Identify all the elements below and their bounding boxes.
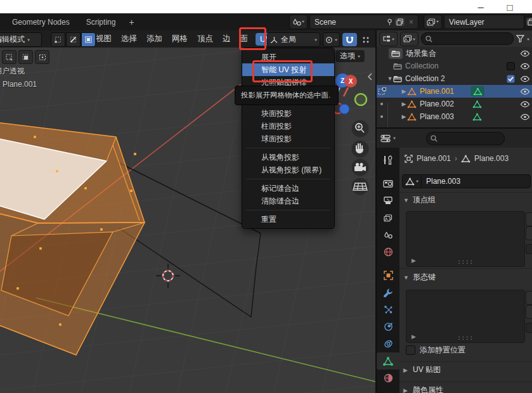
properties-tab-output[interactable] xyxy=(377,192,399,209)
hide-eye-icon[interactable] xyxy=(520,50,530,57)
add-shape-key-button[interactable] xyxy=(526,291,532,305)
add-vertex-group-button[interactable] xyxy=(526,212,532,226)
uv-menu-item-12[interactable]: 标记缝合边 xyxy=(242,182,334,195)
vertex-groups-panel-header[interactable]: ▼ 顶点组 xyxy=(403,195,436,205)
select-subtract-button[interactable] xyxy=(35,50,49,64)
properties-tab-render[interactable] xyxy=(377,175,399,192)
resize-grip[interactable]: :::: xyxy=(457,335,474,341)
hide-eye-icon[interactable] xyxy=(520,101,530,108)
exclude-checkbox[interactable] xyxy=(507,75,515,83)
expand-toggle[interactable]: ▶ xyxy=(401,88,407,94)
properties-tab-particles[interactable] xyxy=(377,301,399,318)
properties-tab-view-layer[interactable] xyxy=(377,209,399,226)
outliner-filter-mode-dropdown[interactable]: ▾ xyxy=(400,32,418,46)
remove-shape-key-button[interactable] xyxy=(526,305,532,319)
uv-menu-item-15[interactable]: 重置 xyxy=(242,213,334,226)
viewport-menu-5[interactable]: 顶点 xyxy=(195,32,215,46)
expand-toggle[interactable]: ▶ xyxy=(401,113,407,120)
outliner-display-mode-dropdown[interactable]: ▾ xyxy=(379,32,398,46)
expand-toggle[interactable]: ▶ xyxy=(401,101,407,107)
uv-menu-item-5[interactable]: 块面投影 xyxy=(242,107,334,120)
window-minimize-button[interactable]: ─ xyxy=(475,2,486,12)
select-extend-button[interactable] xyxy=(18,50,33,64)
breadcrumb-object[interactable]: Plane.001 xyxy=(417,154,451,163)
workspace-tab-scripting[interactable]: Scripting xyxy=(78,13,124,30)
menu-item-smart-uv-project[interactable]: 智能 UV 投射 xyxy=(242,63,334,76)
new-viewlayer-button[interactable] xyxy=(526,18,532,26)
hide-eye-icon[interactable] xyxy=(520,113,530,120)
viewport-menu-4[interactable]: 网格 xyxy=(170,32,190,46)
snap-toggle-button[interactable] xyxy=(342,33,357,46)
shape-key-specials-button[interactable] xyxy=(526,323,532,333)
viewport-menu-1[interactable]: 视图 xyxy=(94,32,114,46)
viewport-menu-2[interactable]: 选择 xyxy=(119,32,139,46)
proportional-editing-button[interactable] xyxy=(360,33,372,46)
vertex-select-button[interactable] xyxy=(51,32,65,47)
add-workspace-button[interactable]: + xyxy=(124,17,139,27)
hide-eye-icon[interactable] xyxy=(520,88,530,95)
window-maximize-button[interactable]: □ xyxy=(504,2,516,12)
scene-collection-icon xyxy=(389,48,403,59)
outliner-search-input[interactable] xyxy=(421,32,514,45)
pin-icon[interactable] xyxy=(386,18,393,25)
breadcrumb-data[interactable]: Plane.003 xyxy=(474,154,509,163)
properties-tab-object-data[interactable] xyxy=(377,352,399,370)
snap-target-dropdown[interactable]: ▾ xyxy=(323,32,340,47)
hide-eye-icon[interactable] xyxy=(520,63,530,70)
outliner-row-plane-002[interactable]: ▶Plane.002 xyxy=(377,98,532,110)
properties-tab-modifiers[interactable] xyxy=(377,284,399,301)
workspace-tab-geometry-nodes[interactable]: Geometry Nodes xyxy=(4,13,78,30)
color-attributes-panel-header[interactable]: ▶ 颜色属性 xyxy=(403,385,443,393)
properties-tab-world[interactable] xyxy=(377,243,399,261)
scene-icon xyxy=(292,18,301,26)
properties-tab-object[interactable] xyxy=(377,267,399,284)
scene-name-field[interactable]: Scene × xyxy=(309,15,418,29)
properties-tab-material[interactable] xyxy=(377,370,399,387)
expand-toggle[interactable]: ▼ xyxy=(387,75,393,82)
properties-tab-tool[interactable] xyxy=(377,151,399,169)
uv-menu-item-0[interactable]: 展开 xyxy=(242,51,334,63)
vertex-groups-list[interactable]: ▶ :::: xyxy=(406,211,525,267)
uv-menu-item-7[interactable]: 球面投影 xyxy=(242,132,334,145)
transform-orientation-dropdown[interactable]: 全局 ▾ xyxy=(267,32,320,47)
viewport-menu-7[interactable]: 面 xyxy=(238,32,250,46)
remove-vertex-group-button[interactable] xyxy=(526,226,532,240)
viewport-menu-3[interactable]: 添加 xyxy=(145,32,164,46)
scene-browse-button[interactable]: ▾ xyxy=(289,15,308,29)
properties-search-input[interactable] xyxy=(426,132,505,145)
mesh-object-icon xyxy=(407,87,417,96)
shape-keys-list[interactable]: ▶ :::: xyxy=(406,290,525,343)
outliner-row-collection[interactable]: Collection xyxy=(377,60,532,72)
viewlayer-name-field[interactable]: ViewLayer xyxy=(444,15,524,29)
uv-menu-item-6[interactable]: 柱面投影 xyxy=(242,120,334,132)
select-new-button[interactable] xyxy=(2,50,16,64)
outliner-row-plane-003[interactable]: ▶Plane.003 xyxy=(377,110,532,123)
vertex-group-specials-button[interactable] xyxy=(526,244,532,254)
unlink-scene-button[interactable]: × xyxy=(406,18,416,27)
outliner-row--[interactable]: 场景集合 xyxy=(377,47,532,60)
resize-grip[interactable]: :::: xyxy=(457,259,474,265)
outliner-row-collection-2[interactable]: ▼Collection 2 xyxy=(377,72,532,85)
mode-dropdown[interactable]: 编辑模式 ▾ xyxy=(0,32,42,47)
shape-keys-panel-header[interactable]: ▼ 形态键 xyxy=(403,272,436,283)
viewport-options-button[interactable]: 选项 ▾ xyxy=(335,50,365,62)
uv-maps-panel-header[interactable]: ▶ UV 贴图 xyxy=(403,364,441,375)
uv-menu-item-9[interactable]: 从视角投影 xyxy=(242,151,334,164)
outliner-row-plane-001[interactable]: ▶Plane.001 xyxy=(377,85,532,98)
uv-menu-item-13[interactable]: 清除缝合边 xyxy=(242,195,334,207)
properties-tab-scene[interactable] xyxy=(377,226,399,243)
edge-select-button[interactable] xyxy=(66,32,81,47)
hide-eye-icon[interactable] xyxy=(520,75,530,82)
exclude-checkbox[interactable] xyxy=(507,62,515,70)
viewport-menu-6[interactable]: 边 xyxy=(221,32,233,46)
datablock-name-field[interactable]: ▾ Plane.003 xyxy=(402,174,531,188)
properties-tab-physics[interactable] xyxy=(377,318,399,335)
rest-position-checkbox[interactable] xyxy=(406,345,415,355)
properties-editor-icon[interactable] xyxy=(380,134,391,143)
filter-icon[interactable] xyxy=(516,35,524,42)
uv-menu-item-10[interactable]: 从视角投影 (限界) xyxy=(242,164,334,176)
properties-tab-constraints[interactable] xyxy=(377,335,399,352)
viewlayer-browse-button[interactable]: ▾ xyxy=(424,15,442,29)
new-scene-button[interactable] xyxy=(395,18,405,26)
mesh-data-icon xyxy=(461,155,470,163)
